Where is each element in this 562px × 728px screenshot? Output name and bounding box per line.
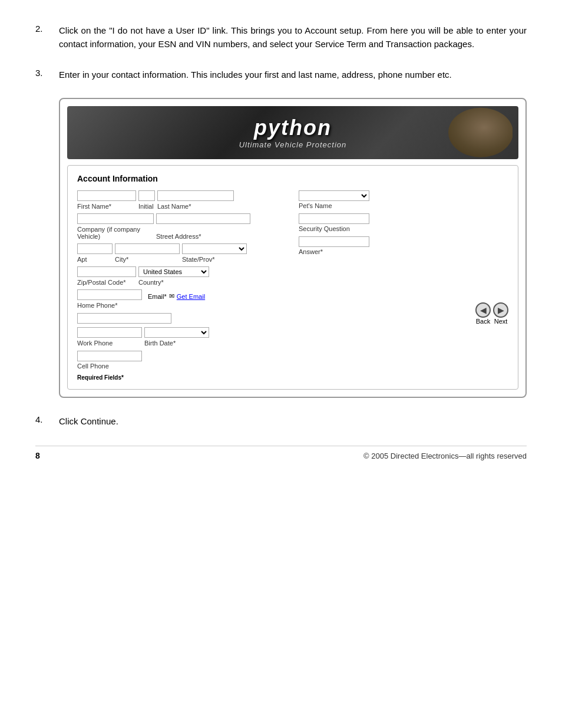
next-label: Next [494,318,508,325]
email-label: Email* [148,293,167,300]
copyright: © 2005 Directed Electronics—all rights r… [363,452,527,460]
step4-number: 4. [35,414,59,424]
initial-label: Initial [138,203,155,210]
security-question-label: Security Question [299,225,508,232]
snake-graphic [442,106,513,159]
security-question-input[interactable] [299,213,369,224]
birth-date-label: Birth Date* [144,340,209,347]
banner-subtitle: Ultimate Vehicle Protection [239,140,347,149]
form-screenshot: python Ultimate Vehicle Protection Accou… [59,98,527,398]
home-phone-label: Home Phone* [77,302,142,309]
step3-text: Enter in your contact information. This … [59,68,452,81]
last-name-input[interactable] [157,190,234,201]
city-label: City* [115,256,180,263]
back-btn-group: ◀ Back [475,302,491,325]
zip-country-row: United States Zip/Postal Code* Country* [77,266,281,286]
initial-input[interactable] [138,190,155,201]
next-btn-group: ▶ Next [493,302,508,325]
cell-phone-input[interactable] [77,351,142,361]
cell-phone-label: Cell Phone [77,363,281,370]
street-label: Street Address* [156,233,250,240]
form-left-column: First Name* Initial Last Name* Company (… [77,190,293,381]
page-number: 8 [35,451,40,460]
home-phone-input[interactable] [77,289,142,300]
answer-label: Answer* [299,248,508,255]
required-note: Required Fields* [77,374,281,381]
email-icon: ✉ [169,292,174,300]
street-input[interactable] [156,213,250,224]
step2-text: Click on the "I do not have a User ID" l… [59,24,527,51]
next-button[interactable]: ▶ [493,302,508,318]
country-select[interactable]: United States [138,266,209,277]
company-input[interactable] [77,213,154,224]
phone-email-row: Email* ✉ Get Email Home Phone* [77,289,281,309]
get-email-link[interactable]: Get Email [177,293,205,300]
email-input[interactable] [77,313,171,324]
zip-label: Zip/Postal Code* [77,279,136,286]
banner-title: python [239,116,347,140]
security-question-row: Security Question [299,213,508,232]
step3-block: 3. Enter in your contact information. Th… [35,68,527,81]
step4-block: 4. Click Continue. [35,414,527,428]
work-phone-label: Work Phone [77,340,142,347]
answer-row: Answer* [299,236,508,255]
form-right-column: Pet's Name Security Question Answer* [293,190,508,381]
city-input[interactable] [115,243,180,254]
step2-number: 2. [35,24,59,34]
apt-city-state-row: Apt City* State/Prov* [77,243,281,263]
pets-name-select[interactable] [299,190,369,201]
last-name-label: Last Name* [157,203,234,210]
cell-phone-row: Cell Phone [77,350,281,370]
apt-input[interactable] [77,243,113,254]
apt-label: Apt [77,256,113,263]
answer-input[interactable] [299,236,369,247]
first-name-input[interactable] [77,190,136,201]
account-form: Account Information First Name* Initial … [67,165,518,390]
page-footer: 8 © 2005 Directed Electronics—all rights… [35,446,527,460]
state-label: State/Prov* [182,256,247,263]
step4-text: Click Continue. [59,414,118,428]
country-label: Country* [138,279,209,286]
email-input-row [77,312,281,324]
first-name-label: First Name* [77,203,136,210]
back-button[interactable]: ◀ [475,302,491,318]
pets-name-label: Pet's Name [299,202,508,209]
birth-date-select[interactable] [144,327,209,338]
banner-content: python Ultimate Vehicle Protection [239,116,347,149]
python-banner: python Ultimate Vehicle Protection [67,106,518,159]
name-row: First Name* Initial Last Name* [77,190,281,210]
work-phone-birth-row: Work Phone Birth Date* [77,327,281,347]
back-label: Back [476,318,490,325]
work-phone-input[interactable] [77,327,142,338]
step2-block: 2. Click on the "I do not have a User ID… [35,24,527,51]
state-select[interactable] [182,243,247,254]
pets-name-row: Pet's Name [299,190,508,209]
step3-number: 3. [35,68,59,78]
form-grid: First Name* Initial Last Name* Company (… [77,190,508,381]
form-title: Account Information [77,174,508,183]
company-label: Company (if company Vehicle) [77,226,154,240]
zip-input[interactable] [77,266,136,277]
nav-buttons: ◀ Back ▶ Next [299,302,508,325]
company-street-row: Company (if company Vehicle) Street Addr… [77,213,281,240]
